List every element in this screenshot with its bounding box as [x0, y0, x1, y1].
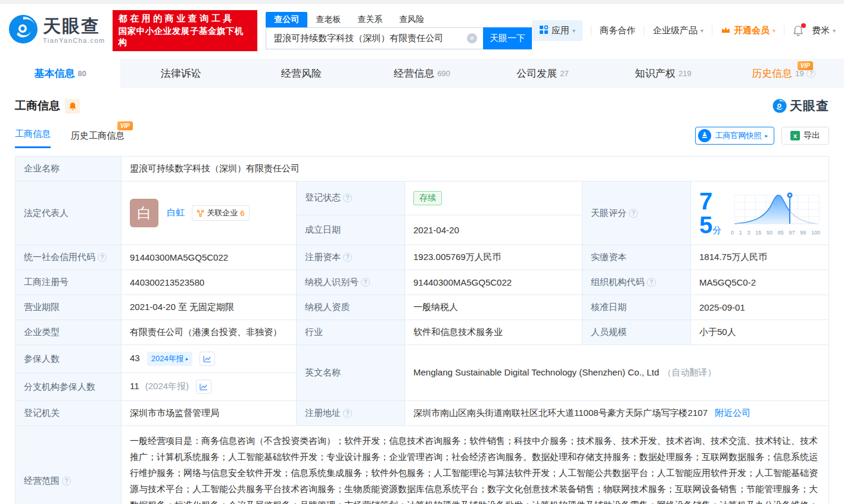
nav-open-vip[interactable]: 开通会员 ▾ [721, 25, 776, 36]
network-icon [197, 209, 204, 217]
approval-date-label: 核准日期 [583, 295, 691, 320]
nav-user[interactable]: 费米 ▾ [812, 25, 836, 36]
nearby-companies-link[interactable]: 附近公司 [715, 408, 750, 418]
taxpayer-quality-label: 纳税人资质 [297, 295, 405, 320]
tab-history-info[interactable]: VIP 历史信息19 ? [724, 59, 844, 88]
tab-operation-info[interactable]: 经营信息690 [362, 59, 482, 88]
authority-label: 登记机关 [15, 401, 122, 426]
business-info-table: 企业名称 盟浪可持续数字科技（深圳）有限责任公司 法定代表人 白 白虹 关联企业… [15, 156, 829, 504]
help-icon[interactable]: ? [361, 278, 370, 287]
industry-label: 行业 [297, 320, 405, 345]
chevron-down-icon: ▾ [700, 27, 703, 34]
search-tab-relation[interactable]: 查关系 [349, 12, 391, 27]
taxpayer-id-label: 纳税人识别号? [297, 270, 405, 295]
subtab-business-info[interactable]: 工商信息 [15, 129, 51, 148]
table-row: 企业类型 有限责任公司（港澳台投资、非独资） 行业 软件和信息技术服务业 人员规… [15, 320, 829, 345]
search-tab-company[interactable]: 查公司 [266, 12, 307, 27]
help-icon[interactable]: ? [343, 193, 352, 202]
legal-rep-name-link[interactable]: 白虹 [167, 207, 185, 217]
tianyancha-logo[interactable]: 天眼查 TianYanCha.com [8, 14, 105, 46]
establish-date-value: 2021-04-20 [405, 215, 583, 245]
address-value: 深圳市南山区南头街道南联社区北环大道11008号豪方天际广场写字楼2107 附近… [405, 401, 829, 426]
paid-capital-label: 实缴资本 [583, 245, 691, 270]
help-icon[interactable]: ? [629, 209, 638, 218]
subtab-history-business-info[interactable]: VIP 历史工商信息 [71, 130, 124, 148]
trend-chart-icon[interactable] [196, 380, 211, 394]
search-tab-risk[interactable]: 查风险 [391, 12, 432, 27]
tab-basic-info[interactable]: 基本信息80 [0, 59, 120, 88]
search-input[interactable] [266, 27, 483, 49]
reg-status-value: 存续 [405, 181, 583, 215]
vip-badge: VIP [798, 61, 813, 70]
clear-icon[interactable]: ✕ [467, 33, 477, 43]
org-code-value: MA5GQ5C0-2 [691, 270, 829, 295]
export-button[interactable]: x 导出 [781, 127, 829, 145]
nav-enterprise[interactable]: 企业级产品 ▾ [653, 25, 703, 36]
help-icon[interactable]: ? [98, 253, 107, 262]
trend-chart-icon[interactable] [200, 352, 215, 366]
section-title: 工商信息 [15, 98, 60, 114]
table-row: 营业期限 2021-04-20 至 无固定期限 纳税人资质 一般纳税人 核准日期… [15, 295, 829, 320]
paid-capital-value: 1814.75万人民币 [691, 245, 829, 270]
scope-label: 经营范围? [15, 426, 122, 504]
score-distribution-chart: 0131550859799100 [731, 190, 820, 236]
company-name-value: 盟浪可持续数字科技（深圳）有限责任公司 [122, 156, 829, 181]
table-row: 参保人数 43 2024年报▸ 英文名称 Menglang Sustainabl… [15, 345, 829, 373]
industry-value: 软件和信息技术服务业 [405, 320, 583, 345]
tianyancha-logo-icon [8, 14, 38, 46]
nav-apps[interactable]: 应用 ▾ [532, 20, 583, 41]
apps-grid-icon [539, 25, 549, 36]
taxpayer-id-value: 91440300MA5GQ5C022 [405, 270, 583, 295]
vip-badge: VIP [117, 121, 133, 130]
logo-domain: TianYanCha.com [43, 37, 105, 44]
divider [784, 26, 784, 35]
search-button[interactable]: 天眼一下 [483, 27, 532, 49]
excel-icon: x [790, 131, 800, 140]
auto-translate-note: （自动翻译） [663, 367, 717, 377]
establish-date-label: 成立日期 [297, 215, 405, 245]
reg-status-label: 登记状态? [297, 181, 405, 215]
notification-dot [801, 23, 806, 28]
tab-intellectual-property[interactable]: 知识产权219 [603, 59, 723, 88]
help-icon[interactable]: ? [343, 253, 352, 262]
reg-number-value: 440300213523580 [122, 270, 297, 295]
logo-title: 天眼查 [43, 17, 105, 35]
table-row: 经营范围? 一般经营项目是：商务信息咨询（不含投资类咨询）；软件开发；信息技术咨… [15, 426, 829, 504]
table-row: 登记机关 深圳市市场监督管理局 注册地址? 深圳市南山区南头街道南联社区北环大道… [15, 401, 829, 426]
tab-legal[interactable]: 法律诉讼 [120, 59, 241, 88]
score-label: 天眼评分? [583, 181, 691, 245]
arrow-right-icon: ▸ [765, 133, 768, 139]
annual-report-badge[interactable]: 2024年报▸ [147, 352, 192, 366]
tab-operation-risk[interactable]: 经营风险 [241, 59, 362, 88]
score-axis-ticks: 0131550859799100 [731, 230, 820, 236]
company-name-label: 企业名称 [15, 156, 122, 181]
help-icon[interactable]: ? [806, 69, 815, 78]
branch-insured-value: 11 (2024年报) [122, 373, 297, 401]
staff-size-label: 人员规模 [583, 320, 691, 345]
slogan-line2: 国家中小企业发展子基金旗下机构 [119, 26, 251, 48]
header-nav: 应用 ▾ 商务合作 企业级产品 ▾ 开通会员 ▾ 费米 ▾ [532, 20, 836, 41]
reg-number-label: 工商注册号 [15, 270, 122, 295]
official-snapshot-button[interactable]: 工商官网快照 ▸ [695, 127, 774, 145]
related-companies-badge[interactable]: 关联企业 6 [192, 205, 249, 221]
nav-apps-label: 应用 [552, 25, 569, 36]
nav-cooperation[interactable]: 商务合作 [600, 25, 636, 36]
table-row: 工商注册号 440300213523580 纳税人识别号? 91440300MA… [15, 270, 829, 295]
divider [712, 26, 712, 35]
notification-bell[interactable] [793, 25, 803, 36]
monitor-bell-icon[interactable] [65, 99, 80, 114]
score-number: 75 [699, 188, 712, 238]
divider [644, 26, 644, 35]
branch-insured-label: 分支机构参保人数 [15, 373, 122, 401]
reg-capital-label: 注册资本? [297, 245, 405, 270]
legal-rep-label: 法定代表人 [15, 181, 122, 245]
help-icon[interactable]: ? [647, 278, 656, 287]
score-value: 75分 [691, 181, 829, 245]
tab-company-development[interactable]: 公司发展27 [482, 59, 603, 88]
org-code-label: 组织机构代码? [583, 270, 691, 295]
address-label: 注册地址? [297, 401, 405, 426]
english-name-value: Menglang Sustainable Digital Technology … [405, 345, 829, 401]
help-icon[interactable]: ? [343, 409, 352, 418]
help-icon[interactable]: ? [62, 477, 71, 486]
search-tab-boss[interactable]: 查老板 [307, 12, 349, 27]
